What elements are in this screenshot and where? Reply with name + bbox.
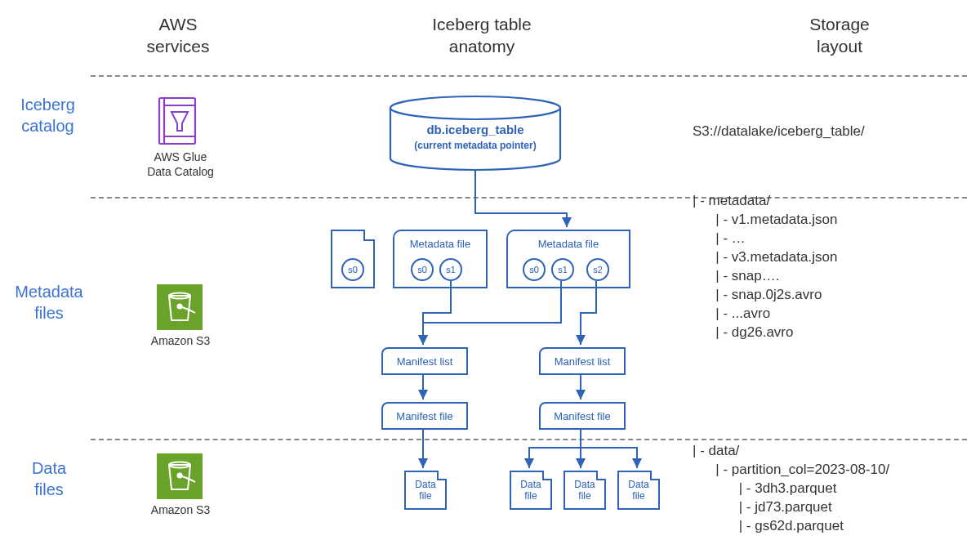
label-line: files [34, 480, 64, 498]
glue-caption: AWS Glue Data Catalog [144, 150, 217, 179]
divider [91, 75, 967, 77]
glue-icon [157, 96, 199, 146]
metadata-file-label: Metadata file [508, 238, 629, 250]
row-label-data: Data files [24, 458, 74, 500]
manifest-file-label: Manifest file [396, 410, 452, 422]
catalog-node: db.iceberg_table (current metadata point… [388, 123, 563, 151]
storage-metadata-tree: | - metadata/ | - v1.metadata.json | - …… [693, 192, 837, 342]
snapshot-badge: s1 [439, 258, 462, 281]
manifest-list-label: Manifest list [555, 355, 611, 368]
manifest-file-1: Manifest file [381, 402, 468, 430]
header-line: services [146, 37, 209, 56]
header-iceberg-anatomy: Iceberg table anatomy [412, 13, 551, 58]
row-label-metadata: Metadata files [8, 281, 90, 324]
storage-data-tree: | - data/ | - partition_col=2023-08-10/ … [693, 442, 889, 536]
data-file-label: Data file [520, 479, 541, 502]
data-file-4: Data file [617, 471, 660, 510]
data-file-label: Data file [628, 479, 648, 502]
data-file-1: Data file [404, 471, 447, 510]
data-file-label: Data file [574, 479, 595, 502]
label-line: Iceberg [20, 96, 75, 114]
label-line: files [34, 304, 64, 322]
data-file-3: Data file [564, 471, 606, 510]
data-file-label: Data file [415, 479, 435, 502]
divider [91, 439, 967, 440]
metadata-v3-file: Metadata file s0 s1 s2 [506, 230, 630, 288]
manifest-list-1: Manifest list [381, 347, 468, 375]
metadata-v2-file: Metadata file s0 s1 [393, 230, 488, 288]
s3-icon [157, 453, 203, 499]
metadata-v1-file: s0 [331, 230, 375, 288]
storage-catalog-path: S3://datalake/iceberg_table/ [693, 123, 865, 141]
metadata-file-label: Metadata file [394, 238, 486, 250]
catalog-subtitle: (current metadata pointer) [388, 140, 563, 151]
svg-point-10 [390, 96, 560, 119]
catalog-title: db.iceberg_table [388, 123, 563, 136]
svg-point-6 [177, 304, 183, 310]
caption-line: Data Catalog [147, 165, 214, 178]
snapshot-badge: s0 [523, 258, 546, 281]
s3-caption-2: Amazon S3 [147, 502, 214, 517]
caption-line: Amazon S3 [151, 503, 210, 516]
header-aws-services: AWS services [117, 13, 239, 58]
header-storage-layout: Storage layout [778, 13, 901, 58]
header-line: anatomy [449, 37, 515, 56]
data-file-2: Data file [510, 471, 552, 510]
snapshot-badge: s0 [341, 258, 364, 281]
label-line: catalog [21, 117, 74, 135]
manifest-file-label: Manifest file [554, 410, 610, 422]
snapshot-badge: s1 [551, 258, 574, 281]
s3-caption: Amazon S3 [147, 333, 214, 348]
svg-point-9 [177, 473, 183, 479]
header-line: AWS [158, 15, 197, 33]
header-line: Iceberg table [432, 15, 531, 33]
manifest-file-2: Manifest file [539, 402, 626, 430]
snapshot-badge: s2 [586, 258, 609, 281]
manifest-list-2: Manifest list [539, 347, 626, 375]
s3-icon [157, 284, 203, 330]
snapshot-badge: s0 [411, 258, 434, 281]
caption-line: AWS Glue [154, 150, 207, 163]
manifest-list-label: Manifest list [397, 355, 453, 368]
header-line: layout [817, 37, 862, 56]
label-line: Data [32, 459, 66, 477]
label-line: Metadata [15, 283, 82, 301]
row-label-catalog: Iceberg catalog [13, 94, 82, 136]
caption-line: Amazon S3 [151, 334, 210, 347]
header-line: Storage [809, 15, 870, 33]
